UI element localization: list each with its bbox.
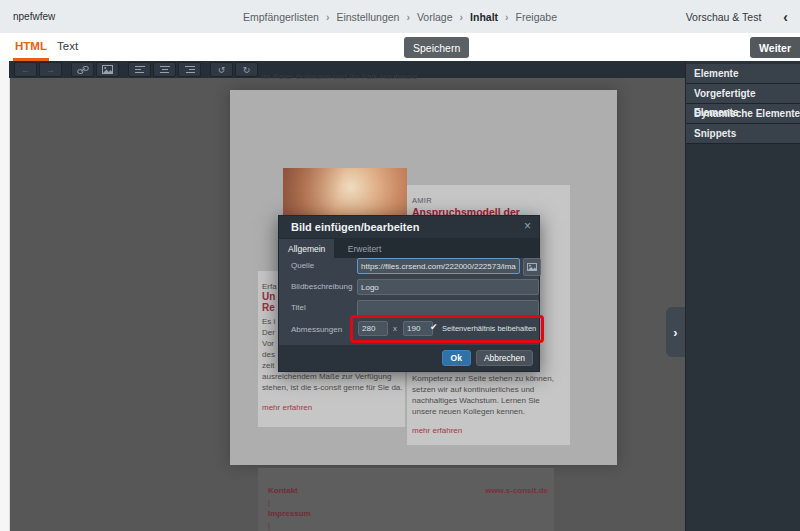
email-text-fragment: zeit [262,361,274,370]
source-input[interactable] [357,258,520,274]
email-text-fragment: Es i [262,317,275,326]
email-body-line: nachhaltiges Wachstum. Lernen Sie [412,396,540,405]
align-right-icon[interactable] [178,62,201,77]
cancel-button[interactable]: Abbrechen [476,350,533,366]
width-input[interactable] [358,321,388,336]
email-footer-impressum-link[interactable]: Impressum [268,509,311,518]
email-text-fragment: Der [262,328,275,337]
image-edit-dialog: Bild einfügen/bearbeiten × Allgemein Erw… [278,215,540,372]
app-window: npefwfew Empfängerlisten›Einstellungen›V… [0,0,800,531]
title-input[interactable] [357,300,539,316]
chevron-right-icon: › [673,325,677,340]
align-center-icon[interactable] [153,62,176,77]
editor-tab-bar: HTML Text Speichern Weiter [0,33,800,61]
email-body-line: setzen wir auf kontinuierliches und [412,385,534,394]
breadcrumb-einstellungen[interactable]: Einstellungen [336,11,399,23]
breadcrumb: Empfängerlisten›Einstellungen›Vorlage›In… [0,11,800,23]
sidebar-item-vorgefertigte-elemente[interactable]: Vorgefertigte Elemente [686,84,800,104]
back-icon[interactable]: ← [14,62,37,77]
height-input[interactable] [403,321,433,336]
dialog-tab-bar: Allgemein Erweitert [279,238,539,258]
breadcrumb-vorlage[interactable]: Vorlage [417,11,453,23]
email-footer-section [258,468,554,531]
collapse-chevron-icon[interactable]: ‹ [783,12,788,22]
email-text-fragment: Erfa [262,282,277,291]
sidebar-item-snippets[interactable]: Snippets [686,124,800,144]
dimensions-label: Abmessungen [291,325,342,334]
top-bar: npefwfew Empfängerlisten›Einstellungen›V… [0,0,800,34]
sidebar-expand-handle[interactable]: › [666,307,685,357]
source-label: Quelle [291,261,314,270]
email-left-heading-fragment: Un [262,291,275,302]
dialog-tab-erweitert[interactable]: Erweitert [339,239,391,259]
email-footer-separator: | [268,521,270,530]
email-more-link[interactable]: mehr erfahren [412,426,462,435]
ok-button[interactable]: Ok [442,350,471,366]
left-scrollbar-track[interactable] [0,61,10,531]
email-footer-website-link[interactable]: www.s-consit.de [460,486,548,495]
breadcrumb-separator-icon: › [460,11,464,23]
email-more-link[interactable]: mehr erfahren [262,403,312,412]
aspect-ratio-label[interactable]: Seitenverhältnis beibehalten [442,324,536,333]
breadcrumb-separator-icon: › [505,11,509,23]
description-input[interactable] [357,279,539,295]
close-icon[interactable]: × [524,219,531,233]
breadcrumb-separator-icon: › [326,11,330,23]
breadcrumb-empfaengerlisten[interactable]: Empfängerlisten [243,11,319,23]
dialog-tab-allgemein[interactable]: Allgemein [279,239,334,259]
breadcrumb-separator-icon: › [406,11,410,23]
save-button[interactable]: Speichern [404,37,469,58]
email-body-line: Kompetenz zur Seite stehen zu können, [412,374,554,383]
email-text-fragment: Vor [262,339,274,348]
email-greeting-text: Ihr Peter Bollmann und Ihr Falk Haubwald [230,72,448,81]
elements-sidebar: Elemente Vorgefertigte Elemente Dynamisc… [685,61,800,531]
aspect-ratio-checkbox[interactable]: ✔ [430,322,438,332]
link-icon[interactable] [71,62,94,77]
email-kicker-text: AMIR [412,196,432,205]
email-footer-separator: | [268,498,270,507]
align-left-icon[interactable] [128,62,151,77]
dialog-title-bar[interactable]: Bild einfügen/bearbeiten × [279,216,539,238]
preview-test-link[interactable]: Vorschau & Test [686,11,762,23]
forward-icon[interactable]: → [39,62,62,77]
sidebar-item-dynamische-elemente[interactable]: Dynamische Elemente [686,104,800,124]
next-button[interactable]: Weiter [750,37,800,58]
email-text-fragment: des [262,350,275,359]
breadcrumb-freigabe[interactable]: Freigabe [516,11,557,23]
email-footer-kontakt-link[interactable]: Kontakt [268,486,298,495]
dimensions-times-label: x [393,324,397,333]
email-left-heading-fragment: Re [262,302,275,313]
email-body-line: ausreichendem Maße zur Verfügung [262,372,391,381]
dialog-title: Bild einfügen/bearbeiten [291,216,419,238]
title-label: Titel [291,303,306,312]
dialog-footer: Ok Abbrechen [279,345,539,371]
sidebar-item-elemente[interactable]: Elemente [686,64,800,84]
tab-text[interactable]: Text [55,33,80,61]
breadcrumb-inhalt[interactable]: Inhalt [470,11,498,23]
browse-image-icon[interactable] [523,258,541,276]
insert-image-icon[interactable] [96,62,119,77]
description-label: Bildbeschreibung [291,282,352,291]
email-body-line: unsere neuen Kollegen kennen. [412,407,525,416]
email-body-line: stehen, ist die s-consit gerne für Sie d… [262,383,403,392]
tab-html[interactable]: HTML [13,33,49,61]
